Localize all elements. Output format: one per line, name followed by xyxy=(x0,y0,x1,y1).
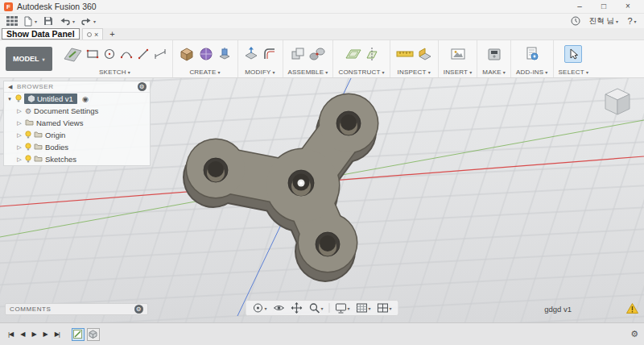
close-button[interactable]: × xyxy=(616,0,640,13)
viewport[interactable]: ◀ BROWSER ⚙ ▾ Untitled v1 ◉ ▷ ⚙ Document… xyxy=(0,78,644,322)
addins-menu[interactable]: ADD-INS▾ xyxy=(516,69,548,76)
visibility-bulb-icon[interactable] xyxy=(25,155,31,164)
data-panel-toggle[interactable] xyxy=(5,15,19,27)
box-icon[interactable] xyxy=(178,45,196,63)
expand-icon[interactable]: ▾ xyxy=(6,96,13,102)
help-menu[interactable]: ? ▾ xyxy=(625,15,639,27)
measure-icon[interactable] xyxy=(395,47,415,61)
insert-image-icon[interactable] xyxy=(450,47,466,61)
assemble-menu[interactable]: ASSEMBLE▾ xyxy=(288,69,328,76)
joint-icon[interactable] xyxy=(308,46,326,62)
activate-component-radio[interactable]: ◉ xyxy=(82,95,89,103)
expand-icon[interactable]: ▷ xyxy=(16,144,23,151)
create-menu[interactable]: CREATE▾ xyxy=(189,69,220,76)
browser-item-sketches[interactable]: ▷ Sketches xyxy=(4,153,150,165)
user-menu[interactable]: 진혁 님 ▾ xyxy=(588,15,620,27)
extrude-feature-icon xyxy=(89,330,97,339)
construct-menu[interactable]: CONSTRUCT▾ xyxy=(338,69,384,76)
zoom-button[interactable]: ▾ xyxy=(306,301,325,314)
browser-gear-icon[interactable]: ⚙ xyxy=(138,82,147,91)
fillet-icon[interactable] xyxy=(262,46,278,62)
minimize-button[interactable]: – xyxy=(568,0,592,13)
timeline-extrude-feature[interactable] xyxy=(87,328,100,341)
maximize-button[interactable]: □ xyxy=(592,0,616,13)
document-tab[interactable]: × xyxy=(82,28,103,39)
timeline-step-back-button[interactable]: ◀ xyxy=(18,330,27,338)
comments-panel[interactable]: COMMENTS ⚙ xyxy=(5,303,148,315)
browser-item-document-settings[interactable]: ▷ ⚙ Document Settings xyxy=(4,105,150,117)
modify-menu[interactable]: MODIFY▾ xyxy=(245,69,275,76)
job-status-button[interactable] xyxy=(568,15,583,27)
redo-button[interactable]: ▾ xyxy=(79,15,97,27)
visibility-bulb-icon[interactable] xyxy=(15,94,22,104)
make-menu[interactable]: MAKE▾ xyxy=(482,69,506,76)
select-menu[interactable]: SELECT▾ xyxy=(559,69,589,76)
orbit-icon xyxy=(252,302,263,314)
viewports-button[interactable]: ▾ xyxy=(375,302,394,314)
rectangle-tool-icon[interactable] xyxy=(85,47,100,61)
toolbar-group-addins: ADD-INS▾ xyxy=(510,40,553,77)
timeline-step-forward-button[interactable]: ▶ xyxy=(41,330,50,338)
component-icon xyxy=(28,95,35,102)
expand-icon[interactable]: ▷ xyxy=(16,156,23,163)
toolbar-group-sketch: SKETCH▾ xyxy=(58,40,172,77)
grid-snaps-button[interactable]: ▾ xyxy=(354,302,374,314)
data-panel-grid-icon xyxy=(6,16,18,26)
pan-button[interactable] xyxy=(288,301,304,314)
clock-icon xyxy=(571,16,580,26)
workspace-selector[interactable]: MODEL ▾ xyxy=(6,47,52,71)
scripts-addins-icon[interactable] xyxy=(524,46,540,62)
browser-item-origin[interactable]: ▷ Origin xyxy=(4,129,150,141)
new-tab-button[interactable]: + xyxy=(107,28,117,39)
browser-item-bodies[interactable]: ▷ Bodies xyxy=(4,141,150,153)
timeline-skip-start-button[interactable]: |◀ xyxy=(6,330,15,338)
new-component-icon[interactable] xyxy=(290,46,306,62)
create-sketch-icon[interactable] xyxy=(63,44,83,64)
line-tool-icon[interactable] xyxy=(136,47,151,61)
press-pull-icon[interactable] xyxy=(243,46,259,62)
sketch-menu[interactable]: SKETCH▾ xyxy=(99,69,130,76)
warning-icon[interactable] xyxy=(626,303,638,315)
save-button[interactable] xyxy=(41,15,56,27)
visibility-bulb-icon[interactable] xyxy=(25,143,31,152)
expand-icon[interactable]: ▷ xyxy=(16,120,23,127)
navigation-bar: ▾ ▾ ▾ ▾ ▾ xyxy=(245,300,398,316)
timeline-sketch-feature[interactable] xyxy=(72,328,85,341)
construct-axis-icon[interactable] xyxy=(365,46,379,62)
folder-icon xyxy=(34,155,43,164)
browser-item-root[interactable]: ▾ Untitled v1 ◉ xyxy=(4,93,150,105)
timeline-skip-end-button[interactable]: ▶| xyxy=(52,330,62,338)
zoom-magnifier-icon xyxy=(308,302,320,314)
redo-icon xyxy=(80,16,92,26)
look-at-button[interactable] xyxy=(270,301,287,314)
root-component-chip[interactable]: Untitled v1 xyxy=(24,94,77,104)
file-menu-button[interactable]: ▾ xyxy=(22,15,39,27)
tab-close-button[interactable]: × xyxy=(94,31,98,39)
insert-menu[interactable]: INSERT▾ xyxy=(444,69,473,76)
select-tool-icon[interactable] xyxy=(564,45,582,63)
display-settings-button[interactable]: ▾ xyxy=(332,302,352,314)
expand-icon[interactable]: ▷ xyxy=(16,132,23,139)
section-analysis-icon[interactable] xyxy=(417,47,433,61)
browser-collapse-button[interactable]: ◀ xyxy=(7,84,14,90)
extrude-icon[interactable] xyxy=(217,46,233,62)
timeline-play-button[interactable]: ▶ xyxy=(29,330,38,338)
3d-print-icon[interactable] xyxy=(486,46,502,62)
show-data-panel-tooltip: Show Data Panel xyxy=(2,28,80,39)
comments-gear-icon[interactable]: ⚙ xyxy=(134,305,143,314)
form-icon[interactable] xyxy=(198,46,214,62)
offset-plane-icon[interactable] xyxy=(345,46,362,62)
browser-item-named-views[interactable]: ▷ Named Views xyxy=(4,117,150,129)
undo-button[interactable]: ▾ xyxy=(58,15,76,27)
circle-tool-icon[interactable] xyxy=(102,47,117,61)
arc-tool-icon[interactable] xyxy=(119,47,134,61)
inspect-menu[interactable]: INSPECT▾ xyxy=(398,69,431,76)
sketch-dimension-icon[interactable] xyxy=(153,47,167,61)
view-cube[interactable] xyxy=(599,85,636,123)
toolbar-group-construct: CONSTRUCT▾ xyxy=(332,40,389,77)
timeline-gear-icon[interactable]: ⚙ xyxy=(630,329,638,339)
folder-icon xyxy=(25,118,34,127)
visibility-bulb-icon[interactable] xyxy=(25,131,31,140)
orbit-button[interactable]: ▾ xyxy=(250,301,269,314)
expand-icon[interactable]: ▷ xyxy=(16,108,23,114)
